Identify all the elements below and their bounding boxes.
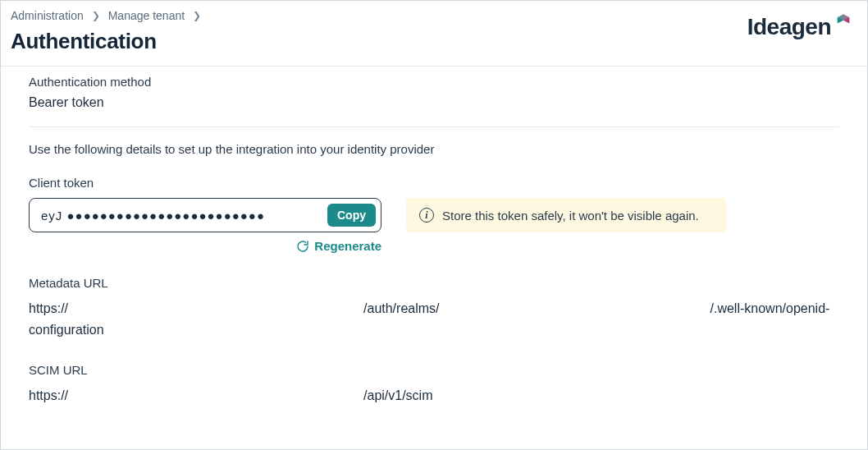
regenerate-label: Regenerate — [314, 239, 381, 253]
metadata-url-label: Metadata URL — [29, 276, 839, 290]
breadcrumb-manage-tenant[interactable]: Manage tenant — [108, 9, 185, 22]
info-icon: i — [419, 208, 434, 223]
page-title: Authentication — [11, 29, 747, 54]
chevron-right-icon: ❯ — [193, 10, 201, 21]
client-token-field: eyJ ●●●●●●●●●●●●●●●●●●●●●●●● Copy — [29, 198, 381, 232]
breadcrumb: Administration ❯ Manage tenant ❯ — [11, 9, 747, 22]
divider — [29, 126, 839, 127]
regenerate-button[interactable]: Regenerate — [29, 239, 381, 253]
content-area: Authentication method Bearer token Use t… — [1, 67, 867, 423]
copy-button[interactable]: Copy — [327, 204, 376, 227]
brand-logo: Ideagen — [747, 14, 852, 40]
scim-url-label: SCIM URL — [29, 363, 839, 377]
token-safety-alert: i Store this token safely, it won't be v… — [406, 198, 726, 232]
auth-method-value: Bearer token — [29, 95, 839, 110]
chevron-right-icon: ❯ — [92, 10, 100, 21]
client-token-value: eyJ ●●●●●●●●●●●●●●●●●●●●●●●● — [41, 209, 327, 223]
integration-help-text: Use the following details to set up the … — [29, 142, 839, 156]
brand-mark-icon — [834, 10, 852, 28]
breadcrumb-administration[interactable]: Administration — [11, 9, 84, 22]
metadata-url-value: https:///auth/realms//.well-known/openid… — [29, 298, 839, 340]
page-header: Administration ❯ Manage tenant ❯ Authent… — [1, 1, 867, 67]
scim-url-value: https:///api/v1/scim — [29, 385, 839, 406]
auth-method-label: Authentication method — [29, 75, 839, 89]
refresh-icon — [296, 240, 309, 253]
brand-name: Ideagen — [747, 14, 831, 40]
client-token-label: Client token — [29, 176, 839, 190]
alert-text: Store this token safely, it won't be vis… — [442, 209, 699, 223]
